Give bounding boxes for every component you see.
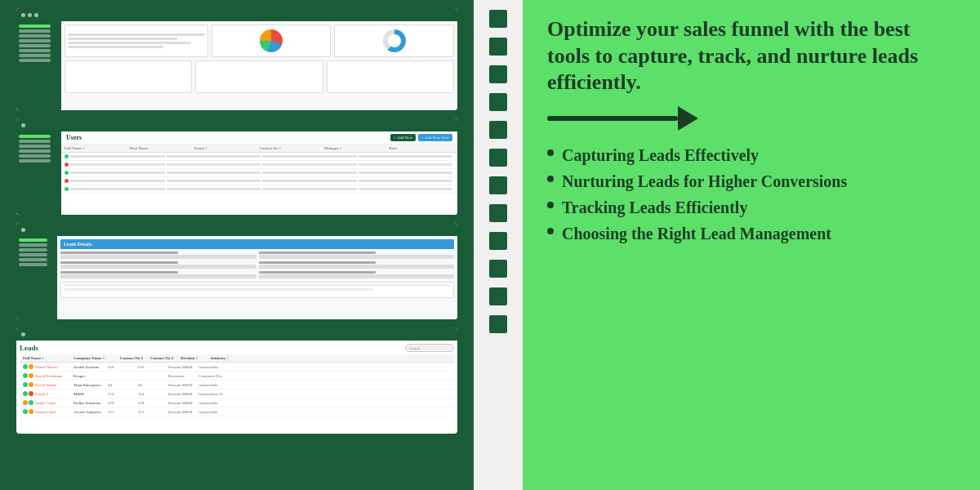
table-row xyxy=(61,169,457,177)
lead-name: David Smith xyxy=(35,383,72,387)
dashboard-screenshot-card xyxy=(16,8,457,110)
lead-icons xyxy=(23,409,33,414)
sidebar-line xyxy=(19,59,51,62)
indicator-4 xyxy=(489,93,507,111)
lead-icon-red xyxy=(29,391,33,396)
cell xyxy=(262,155,357,158)
sidebar-line xyxy=(19,29,51,33)
lead-icon-green xyxy=(23,382,28,387)
dash-header xyxy=(16,8,457,21)
table-title-bar: Users + Add New + Add New User xyxy=(61,131,457,145)
right-panel: Optimize your sales funnel with the best… xyxy=(523,0,980,490)
status-dot xyxy=(65,154,69,158)
lead-c2: 313 xyxy=(138,410,167,414)
leads-table-mock: Leads Search Full Name ↕ Company Name ↕ … xyxy=(16,327,457,434)
indicator-11 xyxy=(489,287,507,305)
sidebar-line xyxy=(19,34,51,38)
users-screenshot-card: Users + Add New + Add New User Full Name… xyxy=(16,118,457,215)
cell xyxy=(167,155,261,158)
lead-company: M&M xyxy=(74,392,106,396)
cell xyxy=(359,180,453,182)
detail-title-bar: Leads Details xyxy=(60,239,454,249)
status-dot xyxy=(65,171,69,175)
lead-ind: Consumer Pro xyxy=(198,374,239,378)
lead-details-title: Leads Details xyxy=(64,242,92,247)
users-title: Users xyxy=(66,134,388,141)
sidebar-line xyxy=(19,248,47,252)
detail-sidebar xyxy=(16,236,57,319)
cell xyxy=(359,163,453,166)
sidebar-line xyxy=(19,140,51,143)
lead-icon-green xyxy=(23,391,28,396)
lead-icons xyxy=(23,382,33,387)
sidebar-mock xyxy=(16,21,61,110)
leads-title-row: Leads Search xyxy=(20,344,454,352)
col-c1: Contact No 1 xyxy=(120,356,149,360)
dash-body xyxy=(16,21,457,110)
lead-icon-green xyxy=(29,400,33,405)
field-label xyxy=(259,271,376,274)
cell xyxy=(167,163,261,166)
bar-chart-3 xyxy=(327,60,454,93)
col-fullname: Full Name ↕ xyxy=(23,356,72,360)
lead-icon-orange xyxy=(29,382,33,387)
users-sidebar xyxy=(16,131,61,215)
cell xyxy=(70,180,165,182)
bullet-item-2: Nurturing Leads for Higher Conversions xyxy=(547,172,956,191)
arrow-head xyxy=(678,106,698,131)
table-header: Full Name ↕ Nick Name Email ↕ Contact No… xyxy=(61,145,457,153)
users-table: Users + Add New + Add New User Full Name… xyxy=(61,131,457,215)
field-value xyxy=(60,255,256,259)
bullet-dot xyxy=(547,202,554,208)
todo-chart xyxy=(65,24,208,57)
lead-ind: Automobile xyxy=(198,401,239,405)
indicator-8 xyxy=(489,204,507,222)
lead-ind: Automobile xyxy=(198,410,239,414)
users-btn2[interactable]: + Add New User xyxy=(418,134,452,141)
lead-c2: 44 xyxy=(138,383,167,387)
col-email: Email ↕ xyxy=(194,146,260,150)
field-value xyxy=(259,274,455,278)
donut-chart xyxy=(334,24,454,57)
indicator-2 xyxy=(489,38,507,56)
form-field xyxy=(259,271,455,278)
lead-c2: 678 xyxy=(138,401,167,405)
dash-dot xyxy=(21,123,25,127)
content-row-2 xyxy=(65,60,454,93)
field-label xyxy=(259,261,376,264)
lead-ind: Automobile xyxy=(198,365,239,369)
detail-notes xyxy=(60,282,454,298)
lead-ind: Automobile xyxy=(198,383,239,387)
bullet-dot xyxy=(547,176,554,182)
sidebar-line xyxy=(19,54,51,57)
lead-div: Emeran M&M xyxy=(168,410,197,414)
lead-icons xyxy=(23,373,33,378)
lead-row: Emily Carter Stellar Solutions 678 678 E… xyxy=(20,399,454,408)
leads-table-cols: Full Name ↕ Company Name ↕ Contact No 1 … xyxy=(20,354,454,363)
field-value xyxy=(60,274,256,278)
leads-content: Leads Search Full Name ↕ Company Name ↕ … xyxy=(16,341,457,434)
sidebar-line xyxy=(19,24,51,28)
lead-c1: 678 xyxy=(108,401,136,405)
table-row xyxy=(61,153,457,161)
dash-dot xyxy=(28,13,32,17)
middle-panel xyxy=(474,0,523,490)
lead-div: Emeran M&M xyxy=(168,401,197,405)
cell xyxy=(262,163,357,166)
sidebar-line xyxy=(19,253,47,256)
lead-company: Kruger xyxy=(74,374,106,378)
lead-row: Doran 1 M&M 214 214 Emeran M&M Informati… xyxy=(20,390,454,399)
indicator-1 xyxy=(489,10,507,28)
users-btn[interactable]: + Add New xyxy=(390,134,416,141)
lead-details-mock: Leads Details xyxy=(16,223,457,319)
field-label xyxy=(60,271,178,274)
arrow-line xyxy=(547,116,678,121)
form-field xyxy=(60,261,256,269)
form-field xyxy=(259,261,455,269)
arrow-container xyxy=(547,106,956,131)
col-c2: Contact No 2 xyxy=(150,356,179,360)
col-ind: Industry ↕ xyxy=(211,356,252,360)
form-field xyxy=(60,252,256,259)
dash-dot xyxy=(21,332,25,336)
content-row xyxy=(65,24,454,57)
